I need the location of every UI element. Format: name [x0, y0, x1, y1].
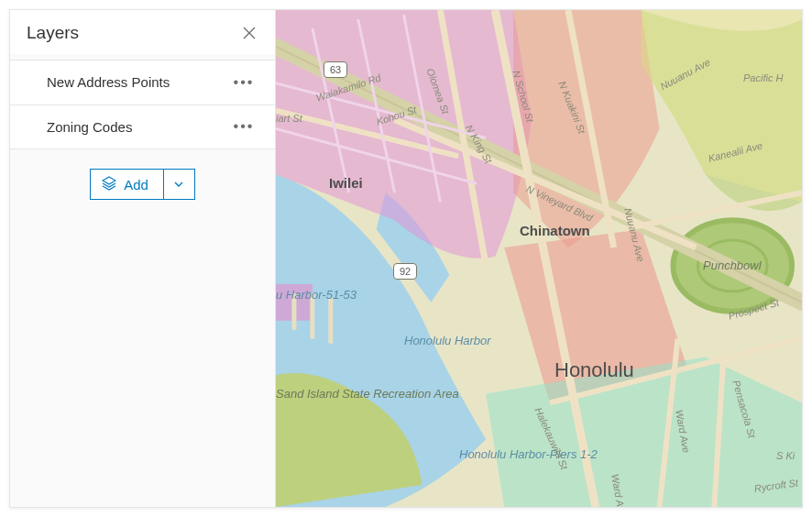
app-frame: Layers New Address Points ••• Zoning Cod… — [9, 9, 803, 508]
route-shield: 92 — [393, 263, 417, 280]
panel-header: Layers — [10, 10, 275, 54]
more-icon[interactable]: ••• — [233, 74, 255, 91]
map-canvas[interactable]: 63 92 Iwilei Chinatown Honolulu Punchbow… — [276, 10, 802, 507]
layer-item[interactable]: Zoning Codes ••• — [10, 104, 275, 150]
more-icon[interactable]: ••• — [233, 118, 255, 135]
add-layer-button[interactable]: Add — [90, 169, 164, 200]
route-shield: 63 — [324, 61, 347, 78]
layer-item[interactable]: New Address Points ••• — [10, 60, 275, 105]
layer-label: Zoning Codes — [47, 118, 132, 137]
close-icon[interactable] — [240, 24, 258, 42]
add-button-label: Add — [124, 177, 148, 192]
map-svg — [276, 10, 802, 507]
add-row: Add — [10, 148, 275, 220]
layer-label: New Address Points — [47, 73, 170, 92]
layers-icon — [102, 176, 116, 193]
layer-list: New Address Points ••• Zoning Codes ••• — [10, 54, 275, 148]
chevron-down-icon — [174, 182, 183, 187]
add-button-group: Add — [90, 169, 195, 200]
add-dropdown-button[interactable] — [164, 169, 195, 200]
panel-title: Layers — [27, 23, 79, 43]
layers-panel: Layers New Address Points ••• Zoning Cod… — [10, 10, 276, 507]
